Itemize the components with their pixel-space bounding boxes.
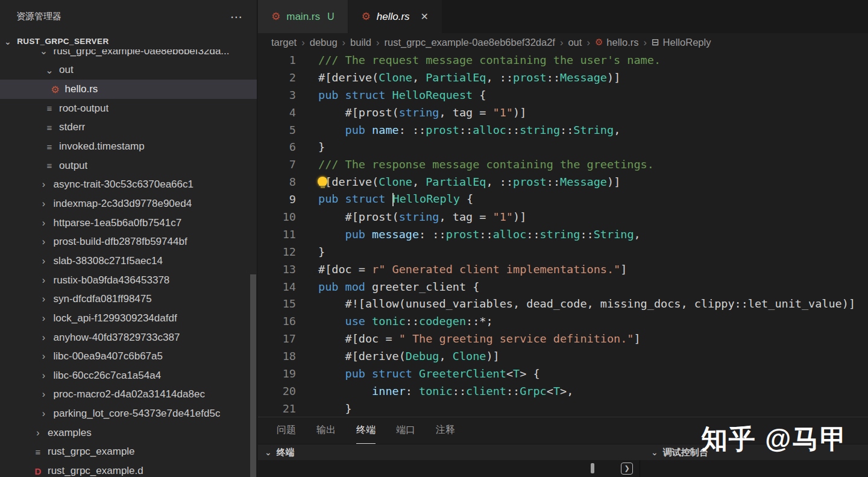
panel-tab-ports[interactable]: 端口 (396, 417, 415, 444)
code-line[interactable]: #![allow(unused_variables, dead_code, mi… (318, 297, 855, 310)
tree-item[interactable]: ›async-trait-30c53c6370ea66c1 (0, 175, 257, 195)
code-line[interactable]: #[derive(Clone, PartialEq, ::prost::Mess… (318, 71, 620, 84)
breadcrumb-item[interactable]: ⊟HelloReply (652, 37, 711, 48)
code-line[interactable]: } (318, 402, 352, 415)
code-editor[interactable]: 1/// The request message containing the … (258, 51, 868, 417)
chevron-right-icon[interactable]: › (37, 275, 51, 286)
tree-item[interactable]: ›rustix-b0a9fda436453378 (0, 271, 257, 290)
editor-tab-main-rs[interactable]: ⚙main.rsU (258, 0, 348, 33)
chevron-right-icon[interactable]: › (37, 332, 51, 343)
code-line[interactable]: } (318, 245, 325, 258)
terminal-content[interactable]: ❯ (258, 460, 868, 477)
breadcrumb-item[interactable]: rust_grpc_example-0ae8eb6bef32da2f (384, 37, 555, 48)
chevron-right-icon[interactable]: › (37, 218, 51, 229)
chevron-right-icon[interactable]: › (37, 351, 51, 362)
sidebar-scrollbar[interactable] (250, 274, 256, 477)
tree-item[interactable]: ≡stderr (0, 118, 257, 137)
chevron-right-icon[interactable]: › (31, 428, 45, 438)
tree-item[interactable]: ›syn-dfcdfa081ff98475 (0, 289, 257, 309)
code-line[interactable]: pub mod greeter_client { (318, 280, 479, 293)
panel-split-sash[interactable] (640, 460, 640, 477)
line-number[interactable]: 13 (258, 263, 296, 276)
panel-tab-terminal[interactable]: 终端 (356, 417, 376, 444)
tree-item[interactable]: ≡root-output (0, 99, 257, 118)
chevron-right-icon[interactable]: › (37, 236, 51, 247)
terminal-panel-icon[interactable]: ❯ (621, 463, 633, 475)
tree-item[interactable]: ≡invoked.timestamp (0, 137, 257, 156)
code-line[interactable]: inner: tonic::client::Grpc<T>, (318, 385, 573, 397)
breadcrumb-item[interactable]: ⚙hello.rs (595, 37, 639, 48)
line-number[interactable]: 16 (258, 315, 296, 327)
line-number[interactable]: 11 (258, 228, 296, 241)
workspace-section-header[interactable]: ⌄ RUST_GRPC_SERVER (0, 33, 257, 49)
line-number[interactable]: 4 (258, 106, 296, 119)
code-line[interactable]: pub message: ::prost::alloc::string::Str… (318, 228, 641, 241)
chevron-right-icon[interactable]: › (37, 198, 51, 209)
tree-item[interactable]: ›lock_api-f1299309234dafdf (0, 309, 257, 328)
line-number[interactable]: 21 (258, 402, 296, 415)
panel-tab-problems[interactable]: 问题 (277, 417, 296, 444)
code-line[interactable]: #[derive(Clone, PartialEq, ::prost::Mess… (318, 175, 620, 188)
line-number[interactable]: 9 (258, 193, 296, 206)
breadcrumb-item[interactable]: build (350, 37, 371, 48)
code-line[interactable]: pub struct HelloRequest { (318, 89, 486, 101)
tree-item[interactable]: ›examples (0, 423, 257, 443)
line-number[interactable]: 10 (258, 210, 296, 223)
more-actions-icon[interactable]: ⋯ (230, 10, 244, 24)
code-line[interactable]: use tonic::codegen::*; (318, 315, 493, 327)
tree-item[interactable]: ›libc-60cc26c7ca1a54a4 (0, 366, 257, 385)
breadcrumb-item[interactable]: out (568, 37, 582, 48)
line-number[interactable]: 6 (258, 141, 296, 153)
line-number[interactable]: 2 (258, 71, 296, 84)
line-number[interactable]: 18 (258, 350, 296, 362)
code-line[interactable]: #[prost(string, tag = "1")] (318, 210, 526, 223)
tree-item[interactable]: ›anyhow-40fd37829733c387 (0, 328, 257, 347)
tree-item[interactable]: ›indexmap-2c3d3d9778e90ed4 (0, 194, 257, 213)
code-line[interactable]: #[doc = r" Generated client implementati… (318, 263, 627, 276)
chevron-down-icon[interactable]: ⌄ (43, 65, 56, 76)
tree-item[interactable]: ›prost-build-dfb2878fb59744bf (0, 233, 257, 252)
code-line[interactable]: /// The response message containing the … (318, 158, 654, 171)
chevron-right-icon[interactable]: › (37, 256, 51, 267)
editor-tab-hello-rs[interactable]: ⚙hello.rs✕ (348, 0, 442, 33)
line-number[interactable]: 5 (258, 124, 296, 136)
tree-item[interactable]: ≡output (0, 156, 257, 175)
tree-item[interactable]: ›parking_lot_core-54373e7de41efd5c (0, 404, 257, 423)
tree-item[interactable]: ⚙hello.rs (0, 80, 257, 99)
chevron-right-icon[interactable]: › (37, 389, 51, 400)
tree-item[interactable]: Drust_grpc_example.d (0, 461, 257, 477)
code-line[interactable]: pub struct GreeterClient<T> { (318, 367, 540, 380)
tree-item[interactable]: ≡rust_grpc_example (0, 443, 257, 462)
line-number[interactable]: 15 (258, 297, 296, 310)
line-number[interactable]: 17 (258, 332, 296, 345)
chevron-right-icon[interactable]: › (37, 313, 51, 324)
code-line[interactable]: } (318, 141, 325, 153)
tree-item[interactable]: ›slab-38308c271f5aec14 (0, 251, 257, 271)
tree-item[interactable]: ›httparse-1ea5b6a0fb7541c7 (0, 213, 257, 233)
line-number[interactable]: 3 (258, 89, 296, 101)
code-line[interactable]: /// The request message containing the u… (318, 54, 661, 66)
tree-item[interactable]: ›proc-macro2-d4a02a31414da8ec (0, 385, 257, 405)
line-number[interactable]: 1 (258, 54, 296, 66)
code-line[interactable]: #[doc = " The greeting service definitio… (318, 332, 641, 345)
code-line[interactable]: #[prost(string, tag = "1")] (318, 106, 526, 119)
breadcrumb-item[interactable]: target (271, 37, 297, 48)
debug-console-section-header[interactable]: ⌄ 调试控制台 (651, 447, 708, 458)
terminal-scrollbar[interactable] (591, 463, 594, 473)
close-icon[interactable]: ✕ (421, 11, 429, 22)
panel-tab-comments[interactable]: 注释 (436, 417, 455, 444)
breadcrumb-item[interactable]: debug (310, 37, 338, 48)
line-number[interactable]: 8 (258, 175, 296, 188)
line-number[interactable]: 19 (258, 367, 296, 380)
panel-tab-output[interactable]: 输出 (316, 417, 336, 444)
code-line[interactable]: #[derive(Debug, Clone)] (318, 350, 500, 362)
chevron-right-icon[interactable]: › (37, 179, 51, 190)
tree-item[interactable]: ›libc-00ea9a407c6b67a5 (0, 347, 257, 366)
chevron-right-icon[interactable]: › (37, 370, 51, 381)
terminal-section-header[interactable]: ⌄ 终端 (258, 447, 295, 458)
line-number[interactable]: 14 (258, 280, 296, 293)
line-number[interactable]: 12 (258, 245, 296, 258)
line-number[interactable]: 7 (258, 158, 296, 171)
chevron-right-icon[interactable]: › (37, 294, 51, 305)
chevron-right-icon[interactable]: › (37, 408, 51, 419)
